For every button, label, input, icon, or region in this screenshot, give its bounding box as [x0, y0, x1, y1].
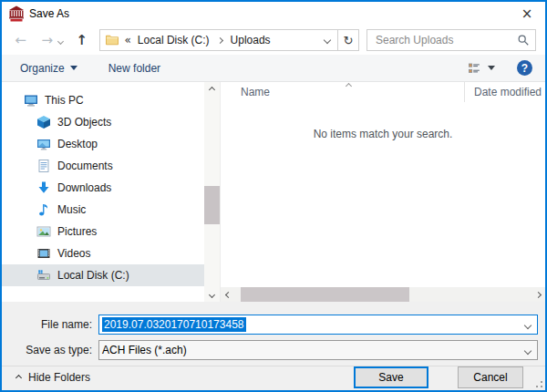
scroll-down-icon[interactable] — [204, 287, 220, 302]
sidebar-item-this-pc[interactable]: This PC — [2, 89, 204, 111]
column-headers: Name Date modified — [221, 82, 545, 102]
back-icon[interactable]: ← — [11, 34, 30, 47]
command-toolbar: Organize New folder ? — [2, 55, 545, 82]
videos-icon — [36, 246, 51, 261]
scroll-left-icon[interactable] — [221, 293, 235, 297]
up-icon[interactable]: ↑ — [72, 34, 91, 47]
breadcrumb-uploads[interactable]: Uploads — [231, 34, 271, 46]
recent-locations-chevron-icon[interactable] — [57, 38, 64, 45]
save-button[interactable]: Save — [354, 366, 428, 388]
sidebar-item-downloads[interactable]: Downloads — [2, 177, 204, 199]
file-list-pane: Name Date modified No items match your s… — [220, 82, 545, 302]
sidebar-item-label: Pictures — [57, 225, 97, 238]
downloads-icon — [36, 181, 51, 195]
folder-tree: This PC 3D Objects Desktop Documents — [2, 82, 204, 302]
resize-grip-icon[interactable] — [541, 386, 542, 387]
sidebar-item-label: 3D Objects — [57, 116, 111, 129]
sidebar-item-label: Videos — [57, 247, 90, 260]
search-box[interactable] — [366, 29, 536, 51]
file-list-horizontal-scrollbar[interactable] — [221, 287, 545, 302]
empty-message: No items match your search. — [314, 128, 453, 287]
pictures-icon — [36, 224, 51, 239]
column-header-date-modified[interactable]: Date modified — [465, 82, 545, 102]
close-icon[interactable]: × — [509, 5, 545, 22]
refresh-icon: ↻ — [343, 34, 353, 47]
file-name-label: File name: — [9, 318, 98, 331]
organize-button[interactable]: Organize — [20, 62, 77, 75]
music-icon — [36, 202, 51, 217]
search-icon[interactable] — [517, 34, 530, 46]
sidebar-item-label: Local Disk (C:) — [57, 269, 129, 282]
hide-folders-button[interactable]: Hide Folders — [16, 371, 90, 384]
breadcrumb-separator-icon — [217, 37, 223, 44]
bank-app-icon — [8, 5, 25, 22]
chevron-up-icon — [15, 374, 22, 380]
dialog-title: Save As — [29, 7, 69, 20]
save-as-dialog: Save As × ← → ↑ « Local Disk (C:) Upload… — [0, 0, 547, 392]
sidebar-item-label: Downloads — [57, 181, 111, 194]
file-list-body: No items match your search. — [221, 102, 545, 287]
breadcrumb-overflow[interactable]: « — [125, 34, 131, 46]
sidebar-item-local-disk-c[interactable]: Local Disk (C:) — [2, 264, 204, 286]
this-pc-icon — [24, 93, 38, 108]
column-header-name[interactable]: Name — [221, 82, 465, 102]
view-dropdown-icon — [488, 66, 495, 70]
sidebar-item-3d-objects[interactable]: 3D Objects — [2, 111, 204, 133]
address-dropdown[interactable] — [317, 30, 337, 50]
file-name-dropdown-icon[interactable] — [524, 322, 532, 329]
organize-dropdown-icon — [70, 66, 77, 70]
scrollbar-thumb[interactable] — [204, 186, 220, 224]
hide-folders-label: Hide Folders — [28, 371, 90, 384]
new-folder-button[interactable]: New folder — [108, 62, 160, 75]
search-input[interactable] — [376, 34, 517, 46]
desktop-icon — [36, 137, 51, 151]
scrollbar-track[interactable] — [235, 287, 531, 302]
organize-label: Organize — [20, 62, 65, 75]
3d-objects-icon — [36, 115, 51, 129]
refresh-button[interactable]: ↻ — [338, 29, 359, 51]
sidebar-item-label: Music — [57, 203, 86, 216]
sidebar-item-pictures[interactable]: Pictures — [2, 221, 204, 242]
title-bar: Save As × — [2, 2, 545, 26]
help-button[interactable]: ? — [517, 60, 532, 76]
fields-section: File name: 2019.07.0320170710173458 Save… — [2, 302, 545, 366]
documents-icon — [36, 159, 51, 173]
sidebar-scrollbar[interactable] — [204, 82, 220, 302]
navigation-bar: ← → ↑ « Local Disk (C:) Uploads ↻ — [2, 26, 545, 55]
folder-icon — [105, 33, 119, 47]
cancel-button[interactable]: Cancel — [458, 366, 523, 388]
sidebar-item-label: Documents — [57, 160, 113, 172]
main-area: This PC 3D Objects Desktop Documents — [2, 82, 545, 302]
sidebar-item-documents[interactable]: Documents — [2, 155, 204, 177]
help-icon: ? — [521, 62, 528, 75]
sidebar-item-label: This PC — [45, 94, 84, 107]
footer-bar: Hide Folders Save Cancel — [2, 366, 545, 390]
sidebar-item-desktop[interactable]: Desktop — [2, 133, 204, 155]
save-as-type-dropdown-icon[interactable] — [524, 347, 532, 355]
file-name-value: 2019.07.0320170710173458 — [102, 317, 246, 332]
sidebar-item-label: Desktop — [57, 138, 98, 150]
scrollbar-thumb[interactable] — [241, 287, 409, 302]
sidebar-item-videos[interactable]: Videos — [2, 242, 204, 264]
scrollbar-track[interactable] — [204, 97, 220, 287]
scroll-right-icon[interactable] — [531, 293, 545, 297]
hard-drive-icon — [36, 268, 51, 283]
save-as-type-value: ACH Files (*.ach) — [102, 344, 187, 356]
breadcrumb-local-disk[interactable]: Local Disk (C:) — [138, 34, 210, 46]
scroll-up-icon[interactable] — [204, 82, 220, 97]
save-as-type-select[interactable]: ACH Files (*.ach) — [98, 340, 538, 360]
address-bar[interactable]: « Local Disk (C:) Uploads — [99, 29, 338, 51]
sidebar-item-music[interactable]: Music — [2, 199, 204, 221]
save-as-type-label: Save as type: — [9, 344, 98, 356]
details-view-icon — [467, 61, 481, 76]
forward-icon[interactable]: → — [37, 34, 57, 47]
file-name-input[interactable]: 2019.07.0320170710173458 — [98, 315, 538, 335]
change-view-button[interactable] — [467, 61, 495, 76]
